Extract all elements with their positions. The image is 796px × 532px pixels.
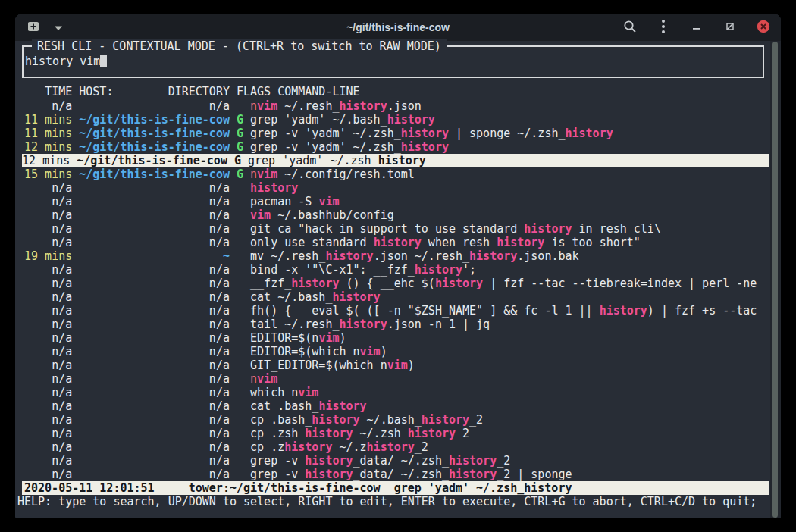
row-flag <box>237 386 250 399</box>
command-segment: history <box>374 236 422 249</box>
history-row[interactable]: n/a n/a history <box>15 181 769 195</box>
scrollbar-thumb[interactable] <box>772 42 778 518</box>
scrollbar[interactable] <box>770 41 781 518</box>
history-row[interactable]: n/a n/a bind -x '"\C-x1": __fzf_history'… <box>15 263 769 277</box>
history-row[interactable]: 12 mins ~/git/this-is-fine-cow G grep -v… <box>15 140 769 154</box>
command-segment: EDITOR=$(n <box>250 331 318 345</box>
row-directory: n/a <box>79 454 230 468</box>
history-row[interactable]: n/a n/a only use standard history when r… <box>15 236 769 249</box>
history-row[interactable]: n/a n/a grep -v history_data/ ~/.zsh_his… <box>15 454 769 468</box>
row-gap <box>230 304 237 318</box>
row-time: n/a <box>17 195 72 208</box>
row-directory: n/a <box>79 263 230 277</box>
row-gap <box>230 468 237 481</box>
row-gap <box>230 372 237 386</box>
history-row[interactable]: n/a n/a cp .zhistory ~/.zhistory_2 <box>15 440 769 454</box>
history-row[interactable]: n/a n/a cp .bash_history ~/.bash_history… <box>15 413 769 427</box>
history-row[interactable]: n/a n/a GIT_EDITOR=$(which nvim) <box>15 358 769 372</box>
menu-button[interactable] <box>655 17 672 37</box>
history-row[interactable]: n/a n/a __fzf_history () { __ehc $(histo… <box>15 277 769 290</box>
command-segment: history <box>284 440 332 454</box>
history-row[interactable]: n/a n/a grep -v history_data/ ~/.zsh_his… <box>15 468 769 481</box>
row-directory: n/a <box>79 358 230 372</box>
row-gap <box>230 427 237 440</box>
history-row[interactable]: n/a n/a cp .zsh_history ~/.zsh_history_2 <box>15 427 769 440</box>
row-flag <box>237 468 250 481</box>
row-directory: n/a <box>79 331 230 345</box>
row-time: 11 mins <box>17 113 72 127</box>
history-row[interactable]: n/a n/a nvim <box>15 372 769 386</box>
row-gap <box>72 413 79 427</box>
command-segment: ) <box>408 358 415 372</box>
command-segment: history <box>250 181 298 195</box>
history-row[interactable]: n/a n/a tail ~/.resh_history.json -n 1 |… <box>15 318 769 331</box>
row-flag <box>237 208 250 222</box>
new-tab-dropdown-button[interactable] <box>50 17 67 37</box>
mode-title: RESH CLI - CONTEXTUAL MODE - (CTRL+R to … <box>32 39 447 54</box>
history-row[interactable]: n/a n/a pacman -S vim <box>15 195 769 208</box>
restore-button[interactable] <box>722 17 738 37</box>
row-time: 11 mins <box>17 127 72 140</box>
row-directory: n/a <box>79 440 230 454</box>
command-segment: history <box>332 290 380 304</box>
row-directory: n/a <box>79 318 230 331</box>
command-segment: ~/.z <box>332 440 366 454</box>
row-gap <box>72 249 79 263</box>
desktop-background: ~/git/this-is-fine-cow <box>0 0 796 532</box>
history-row[interactable]: n/a n/a git ca "hack in support to use s… <box>15 222 769 236</box>
row-gap <box>72 263 79 277</box>
history-row-selected[interactable]: 12 mins ~/git/this-is-fine-cow G grep 'y… <box>22 154 769 167</box>
history-row[interactable]: n/a n/a fh() { eval $( ([ -n "$ZSH_NAME"… <box>15 304 769 318</box>
command-segment: vim <box>257 167 277 181</box>
history-row[interactable]: n/a n/a cat ~/.bash_history <box>15 290 769 304</box>
row-gap <box>230 195 237 208</box>
row-gap <box>72 468 79 481</box>
history-row[interactable]: 11 mins ~/git/this-is-fine-cow G grep -v… <box>15 127 769 140</box>
command-segment: .json ~/.resh_ <box>374 249 469 263</box>
row-gap <box>72 386 79 399</box>
history-row[interactable]: n/a n/a cat .bash_history <box>15 399 769 413</box>
history-row[interactable]: n/a n/a EDITOR=$(which nvim) <box>15 345 769 358</box>
row-directory: n/a <box>79 399 230 413</box>
row-directory: ~/git/this-is-fine-cow <box>77 154 227 167</box>
command-segment: .json <box>387 99 422 113</box>
row-directory: n/a <box>79 372 230 386</box>
command-segment: _2 <box>456 427 469 440</box>
command-segment: GIT_EDITOR=$(which n <box>250 358 387 372</box>
status-bar: 2020-05-11 12:01:51 tower:~/git/this-is-… <box>22 481 769 495</box>
history-row[interactable]: n/a n/a nvim ~/.resh_history.json <box>15 99 769 113</box>
history-row[interactable]: 19 mins ~ mv ~/.resh_history.json ~/.res… <box>15 249 769 263</box>
row-flag <box>237 249 250 263</box>
command-segment: n <box>250 372 257 386</box>
new-tab-button[interactable] <box>24 17 42 37</box>
row-gap <box>230 358 237 372</box>
command-segment: grep -v 'yadm' ~/.zsh_ <box>250 127 401 140</box>
minimize-button[interactable] <box>688 17 705 37</box>
row-time: n/a <box>17 345 72 358</box>
close-button[interactable] <box>755 17 772 37</box>
row-time: n/a <box>17 331 72 345</box>
history-row[interactable]: n/a n/a which nvim <box>15 386 769 399</box>
row-time: n/a <box>17 440 72 454</box>
history-row[interactable]: n/a n/a vim ~/.bashhub/config <box>15 208 769 222</box>
row-flag: G <box>237 140 250 154</box>
command-segment: | fzf --tac --tiebreak=index | perl -ne <box>483 277 757 290</box>
window-title: ~/git/this-is-fine-cow <box>346 14 450 41</box>
dropdown-caret-icon <box>54 22 63 33</box>
search-button[interactable] <box>622 17 638 37</box>
row-gap <box>72 454 79 468</box>
command-segment: _2 | sponge <box>497 468 572 481</box>
command-segment: git ca "hack in support to use standard <box>250 222 524 236</box>
command-segment: vim <box>318 195 339 208</box>
history-row[interactable]: 11 mins ~/git/this-is-fine-cow G grep 'y… <box>15 113 769 127</box>
row-gap <box>72 372 79 386</box>
history-row[interactable]: n/a n/a EDITOR=$(nvim) <box>15 331 769 345</box>
command-segment: history <box>367 440 415 454</box>
row-flag <box>237 427 250 440</box>
history-row[interactable]: 15 mins ~/git/this-is-fine-cow G nvim ~/… <box>15 167 769 181</box>
command-segment: _data/ ~/.zsh_ <box>353 468 449 481</box>
row-gap <box>230 249 237 263</box>
row-time: n/a <box>17 263 72 277</box>
command-segment: EDITOR=$(which n <box>250 345 360 358</box>
row-flag <box>237 454 250 468</box>
